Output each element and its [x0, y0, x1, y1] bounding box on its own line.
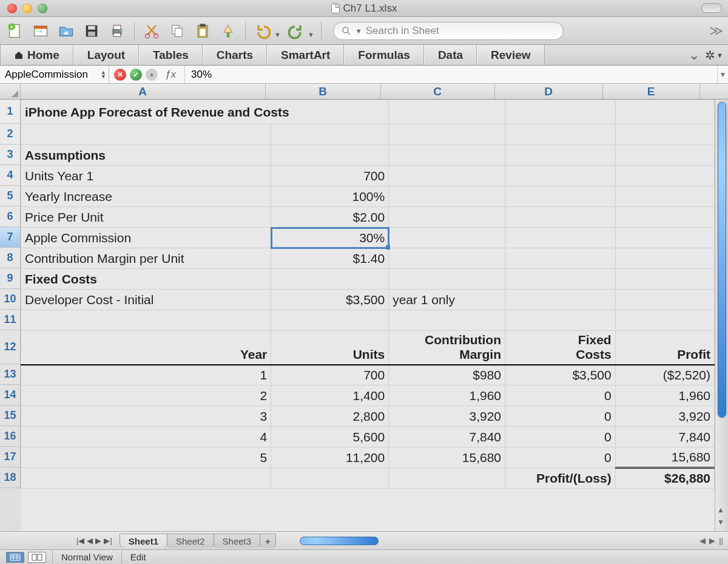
column-header-A[interactable]: A — [21, 84, 266, 99]
cell-C18[interactable] — [389, 468, 505, 489]
cell-E6[interactable] — [615, 207, 714, 228]
horizontal-scrollbar[interactable] — [275, 537, 695, 545]
name-box[interactable]: AppleCommission ▲▼ — [0, 66, 109, 83]
cell-C10[interactable]: year 1 only — [389, 290, 505, 310]
ribbon-tab-formulas[interactable]: Formulas — [344, 45, 424, 65]
cell-C17[interactable]: 15,680 — [389, 447, 505, 468]
cell-D16[interactable]: 0 — [505, 427, 616, 447]
cell-A7[interactable]: Apple Commission — [21, 228, 271, 248]
cell-C16[interactable]: 7,840 — [389, 427, 505, 447]
cell-E12[interactable]: Profit — [615, 331, 714, 365]
cell-C8[interactable] — [389, 248, 505, 269]
open-button[interactable] — [56, 21, 76, 41]
cell-D5[interactable] — [505, 186, 616, 207]
cell-B10[interactable]: $3,500 — [271, 290, 389, 310]
cell-A8[interactable]: Contribution Margin per Unit — [21, 248, 271, 269]
scroll-right-arrow[interactable]: ▶ — [709, 536, 715, 545]
cell-C15[interactable]: 3,920 — [389, 406, 505, 427]
cell-E14[interactable]: 1,960 — [615, 386, 714, 406]
cell-E7[interactable] — [615, 228, 714, 248]
name-box-stepper[interactable]: ▲▼ — [101, 70, 106, 79]
ribbon-tab-layout[interactable]: Layout — [73, 45, 139, 65]
new-workbook-button[interactable]: + — [5, 21, 25, 41]
redo-button[interactable] — [286, 21, 306, 41]
cell-E15[interactable]: 3,920 — [615, 406, 714, 427]
cell-A16[interactable]: 4 — [21, 427, 271, 447]
cell-E16[interactable]: 7,840 — [615, 427, 714, 447]
confirm-formula-button[interactable]: ✓ — [130, 69, 142, 81]
cell-D14[interactable]: 0 — [505, 386, 616, 406]
save-button[interactable] — [81, 21, 102, 41]
cell-C5[interactable] — [389, 186, 505, 207]
cell-D6[interactable] — [505, 207, 616, 228]
cell-A15[interactable]: 3 — [21, 406, 271, 427]
row-header-18[interactable]: 18 — [0, 467, 21, 488]
cell-E3[interactable] — [615, 145, 714, 166]
cell-D18[interactable]: Profit/(Loss) — [505, 468, 616, 489]
cell-A2[interactable] — [21, 124, 271, 145]
horizontal-scroll-thumb[interactable] — [300, 537, 379, 545]
ribbon-collapse-button[interactable]: ⌄ — [683, 45, 705, 65]
cell-B13[interactable]: 700 — [271, 365, 389, 386]
grid-cells[interactable]: iPhone App Forecast of Revenue and Costs… — [21, 100, 715, 531]
cell-D8[interactable] — [505, 248, 616, 269]
cell-C9[interactable] — [389, 269, 505, 290]
cancel-formula-button[interactable]: ✕ — [114, 69, 126, 81]
row-header-11[interactable]: 11 — [0, 310, 21, 330]
toolbar-overflow-button[interactable]: ≫ — [709, 23, 723, 39]
sheet-tab-2[interactable]: Sheet2 — [167, 534, 214, 548]
cell-B16[interactable]: 5,600 — [271, 427, 389, 447]
cell-B2[interactable] — [271, 124, 389, 145]
column-header-E[interactable]: E — [603, 84, 700, 99]
add-sheet-button[interactable]: + — [260, 534, 276, 548]
split-handle[interactable]: || — [719, 536, 723, 545]
cell-D4[interactable] — [505, 166, 616, 186]
ribbon-tab-home[interactable]: Home — [0, 45, 73, 65]
column-header-C[interactable]: C — [381, 84, 495, 99]
row-header-4[interactable]: 4 — [0, 165, 21, 186]
page-layout-view-button[interactable] — [28, 552, 46, 563]
vertical-scrollbar[interactable]: ▲ ▼ — [715, 100, 728, 531]
cell-E1[interactable] — [615, 100, 714, 124]
ribbon-tab-smartart[interactable]: SmartArt — [267, 45, 344, 65]
row-header-17[interactable]: 17 — [0, 447, 21, 467]
row-header-10[interactable]: 10 — [0, 289, 21, 310]
row-header-9[interactable]: 9 — [0, 268, 21, 289]
cell-D9[interactable] — [505, 269, 616, 290]
cell-A10[interactable]: Developer Cost - Initial — [21, 290, 271, 310]
cell-A1[interactable]: iPhone App Forecast of Revenue and Costs — [21, 100, 389, 124]
cell-C14[interactable]: 1,960 — [389, 386, 505, 406]
cell-B9[interactable] — [271, 269, 389, 290]
cell-D10[interactable] — [505, 290, 616, 310]
row-header-8[interactable]: 8 — [0, 248, 21, 268]
cell-C3[interactable] — [389, 145, 505, 166]
cell-E10[interactable] — [615, 290, 714, 310]
cell-D15[interactable]: 0 — [505, 406, 616, 427]
select-all-corner[interactable] — [0, 84, 21, 99]
row-header-2[interactable]: 2 — [0, 124, 21, 144]
cell-C4[interactable] — [389, 166, 505, 186]
cell-E17[interactable]: 15,680 — [615, 447, 714, 468]
paste-button[interactable] — [192, 21, 213, 41]
cell-E11[interactable] — [615, 310, 714, 331]
cell-B11[interactable] — [271, 310, 389, 331]
cell-B8[interactable]: $1.40 — [271, 248, 389, 269]
redo-dropdown[interactable]: ▼ — [308, 31, 314, 38]
cell-D2[interactable] — [505, 124, 616, 145]
cell-A6[interactable]: Price Per Unit — [21, 207, 271, 228]
column-header-D[interactable]: D — [495, 84, 603, 99]
row-header-5[interactable]: 5 — [0, 186, 21, 206]
cell-E4[interactable] — [615, 166, 714, 186]
cell-B5[interactable]: 100% — [271, 186, 389, 207]
cell-C13[interactable]: $980 — [389, 365, 505, 386]
cell-D12[interactable]: Fixed Costs — [505, 331, 616, 365]
toolbar-pill-button[interactable] — [701, 3, 722, 13]
cell-E5[interactable] — [615, 186, 714, 207]
cell-A5[interactable]: Yearly Increase — [21, 186, 271, 207]
cell-A13[interactable]: 1 — [21, 365, 271, 386]
column-header-B[interactable]: B — [266, 84, 381, 99]
scroll-up-arrow[interactable]: ▲ — [717, 506, 727, 515]
cell-D3[interactable] — [505, 145, 616, 166]
cell-A3[interactable]: Assumptions — [21, 145, 271, 166]
sheet-nav-buttons[interactable]: |◀◀▶▶| — [69, 536, 120, 545]
